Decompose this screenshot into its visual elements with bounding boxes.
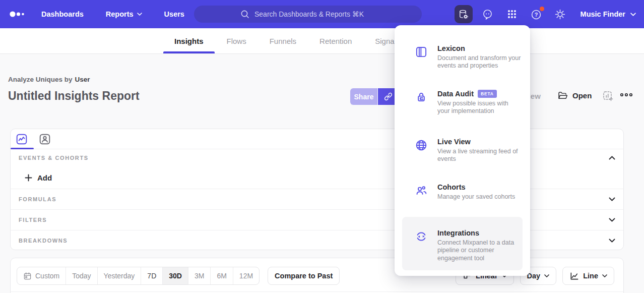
chevron-down-icon[interactable] — [609, 197, 615, 201]
range-30d-selected[interactable]: 30D — [163, 267, 188, 284]
project-selector[interactable]: Music Finder — [581, 10, 636, 18]
range-7d-label: 7D — [147, 272, 156, 280]
menu-item-data-audit-desc: View possible issues with your implement… — [437, 100, 521, 115]
profile-icon — [38, 133, 51, 146]
query-builder-panel: EVENTS & COHORTS Add FORMULAS FILTERS BR… — [10, 129, 624, 250]
data-management-button[interactable] — [455, 5, 473, 23]
tab-funnels[interactable]: Funnels — [270, 28, 296, 53]
range-12m-label: 12M — [239, 272, 253, 280]
range-yesterday[interactable]: Yesterday — [98, 267, 142, 284]
notification-dot — [540, 7, 544, 11]
open-label: Open — [572, 91, 592, 100]
range-12m[interactable]: 12M — [233, 267, 259, 284]
nav-users[interactable]: Users — [164, 10, 184, 18]
range-30d-label: 30D — [169, 272, 182, 280]
nav-reports-label: Reports — [106, 10, 134, 18]
line-chart-icon — [569, 271, 579, 281]
chart-type-select[interactable]: Line — [562, 267, 614, 285]
menu-item-data-audit[interactable]: Data Audit BETA View possible issues wit… — [415, 90, 521, 115]
search-icon — [240, 10, 249, 19]
folder-open-icon — [557, 90, 568, 101]
range-6m[interactable]: 6M — [211, 267, 233, 284]
range-3m[interactable]: 3M — [188, 267, 211, 284]
share-button[interactable]: Share — [350, 88, 377, 105]
menu-item-integrations-title: Integrations — [437, 229, 479, 237]
tab-events-view[interactable] — [15, 132, 29, 146]
section-events-cohorts[interactable]: EVENTS & COHORTS — [11, 149, 623, 166]
data-management-menu: Lexicon Document and transform your even… — [395, 25, 530, 276]
chevron-down-icon[interactable] — [609, 218, 615, 222]
range-today-label: Today — [72, 272, 91, 280]
project-name: Music Finder — [581, 10, 625, 18]
range-7d[interactable]: 7D — [141, 267, 163, 284]
settings-button[interactable] — [551, 5, 569, 23]
cohorts-people-icon — [415, 183, 428, 201]
menu-item-integrations-desc: Connect Mixpanel to a data pipeline or c… — [437, 239, 523, 262]
chevron-down-icon — [137, 13, 142, 16]
nav-dashboards-label: Dashboards — [41, 10, 84, 18]
help-button[interactable]: ? — [527, 5, 545, 23]
tab-profiles-view[interactable] — [38, 132, 52, 146]
menu-item-lexicon-title: Lexicon — [437, 44, 465, 52]
menu-item-data-audit-title: Data Audit — [437, 90, 474, 98]
menu-item-cohorts[interactable]: Cohorts Manage your saved cohorts — [415, 183, 521, 201]
chart-toolbar-panel: Custom Today Yesterday 7D 30D 3M 6M 12M … — [10, 258, 624, 293]
analysis-context-label: Analyze Uniques by — [8, 76, 73, 83]
mixpanel-logo-icon[interactable] — [9, 11, 25, 18]
tab-flows-label: Flows — [227, 37, 246, 45]
tab-signal[interactable]: Signal — [375, 28, 396, 53]
chevron-down-icon — [544, 274, 549, 277]
feedback-button[interactable] — [479, 5, 497, 23]
database-gear-icon — [458, 9, 469, 20]
top-nav: Dashboards Reports Users — [0, 0, 644, 28]
add-event-button[interactable]: Add — [11, 166, 623, 189]
range-6m-label: 6M — [217, 272, 226, 280]
section-breakdowns-label: BREAKDOWNS — [19, 238, 68, 244]
date-range-control: Custom Today Yesterday 7D 30D 3M 6M 12M — [17, 267, 260, 285]
grid-apps-icon — [506, 9, 518, 20]
section-filters-label: FILTERS — [19, 217, 47, 223]
range-custom[interactable]: Custom — [17, 267, 66, 284]
menu-item-live-view-desc: View a live streaming feed of events — [437, 148, 521, 163]
compare-to-past-button[interactable]: Compare to Past — [268, 267, 340, 285]
chart-type-label: Line — [583, 272, 598, 280]
open-report-button[interactable]: Open — [557, 90, 592, 101]
analysis-context: Analyze Uniques byUser — [8, 76, 90, 83]
range-today[interactable]: Today — [66, 267, 97, 284]
more-options-button[interactable] — [620, 92, 633, 97]
section-events-cohorts-label: EVENTS & COHORTS — [19, 155, 89, 161]
nav-reports[interactable]: Reports — [106, 10, 142, 18]
menu-item-lexicon-desc: Document and transform your events and p… — [437, 54, 521, 70]
section-formulas[interactable]: FORMULAS — [11, 189, 623, 209]
integrations-sync-icon — [415, 229, 428, 270]
menu-item-live-view[interactable]: Live View View a live streaming feed of … — [415, 138, 521, 163]
menu-item-lexicon[interactable]: Lexicon Document and transform your even… — [415, 44, 521, 70]
analysis-context-value[interactable]: User — [75, 76, 90, 83]
tab-insights[interactable]: Insights — [174, 28, 204, 53]
live-view-globe-icon — [415, 138, 428, 163]
search-input[interactable] — [254, 10, 375, 18]
nav-users-label: Users — [164, 10, 184, 18]
section-breakdowns[interactable]: BREAKDOWNS — [11, 230, 623, 251]
global-search[interactable] — [194, 6, 422, 23]
compare-to-past-label: Compare to Past — [275, 272, 333, 280]
range-3m-label: 3M — [195, 272, 204, 280]
lexicon-book-icon — [415, 44, 428, 70]
tab-retention[interactable]: Retention — [319, 28, 352, 53]
beta-badge: BETA — [478, 90, 497, 98]
tab-flows[interactable]: Flows — [227, 28, 246, 53]
chevron-up-icon[interactable] — [609, 156, 615, 160]
gear-icon — [554, 9, 566, 20]
nav-dashboards[interactable]: Dashboards — [41, 10, 84, 18]
header-actions: Share New Open — [0, 88, 644, 106]
tab-signal-label: Signal — [375, 37, 396, 45]
chevron-down-icon[interactable] — [609, 239, 615, 243]
builder-view-tabs — [11, 129, 623, 149]
menu-item-cohorts-title: Cohorts — [437, 183, 466, 191]
add-to-dashboard-button[interactable] — [603, 91, 614, 102]
insights-chart-icon — [15, 133, 28, 146]
section-filters[interactable]: FILTERS — [11, 209, 623, 230]
apps-grid-button[interactable] — [503, 5, 521, 23]
svg-text:?: ? — [534, 12, 538, 18]
menu-item-integrations[interactable]: Integrations Connect Mixpanel to a data … — [402, 217, 523, 270]
